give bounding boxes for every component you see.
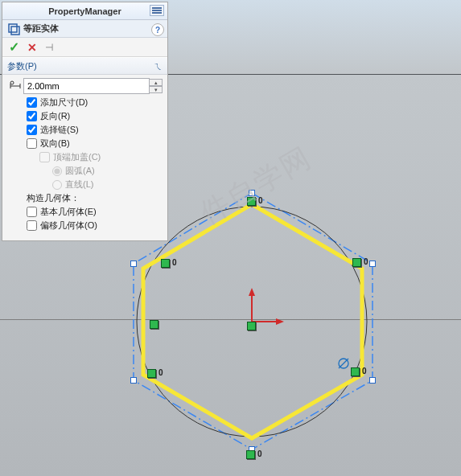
cap-ends-input [39,152,50,162]
watermark-text: 件自学网 [193,127,338,233]
add-dimensions-input[interactable] [27,97,37,108]
arcs-radio: 圆弧(A) [7,164,163,178]
relation-marker-center[interactable] [247,322,256,330]
relation-label: 0 [172,258,177,267]
pm-section-header-params[interactable]: 参数(P) ㄟ [2,57,167,75]
relation-label: 0 [364,257,368,266]
dimension-marker-icon [339,359,348,368]
add-dimensions-label: 添加尺寸(D) [40,96,88,109]
relation-label: 0 [158,368,163,377]
ok-button[interactable]: ✓ [9,39,19,55]
reverse-input[interactable] [27,111,37,121]
svg-point-6 [10,81,14,84]
offset-geometry-label: 偏移几何体(O) [40,220,97,232]
reverse-checkbox[interactable]: 反向(R) [7,109,163,123]
bidirectional-label: 双向(B) [40,137,70,150]
spin-up-icon[interactable]: ▴ [150,79,163,86]
svg-rect-4 [11,27,19,35]
svg-rect-1 [152,10,162,11]
relation-marker[interactable] [247,197,256,206]
distance-icon [9,80,22,92]
bidirectional-checkbox[interactable]: 双向(B) [7,137,163,150]
arcs-label: 圆弧(A) [65,165,95,177]
offset-distance-input[interactable]: 2.00mm [23,78,150,94]
arcs-input [52,166,62,176]
lines-radio: 直线(L) [7,178,163,191]
svg-rect-2 [152,12,162,14]
pm-flyout-button[interactable] [150,5,164,16]
select-chain-input[interactable] [27,125,37,135]
vertex-handle[interactable] [369,261,376,267]
pm-feature-name: 等距实体 [23,23,59,35]
relation-label: 0 [258,196,263,205]
offset-distance-value: 2.00mm [27,81,60,91]
relation-marker[interactable] [352,258,361,267]
relation-label: 0 [257,449,262,458]
origin-y-arrow [249,288,255,296]
svg-rect-3 [9,24,17,32]
pm-title: PropertyManager [48,6,121,16]
pm-params-body: 2.00mm ▴ ▾ 添加尺寸(D) 反向(R) 选择链(S) 双向(B) 顶端… [2,75,167,240]
add-dimensions-checkbox[interactable]: 添加尺寸(D) [7,96,163,109]
section-title-params: 参数(P) [7,60,37,72]
pm-action-bar: ✓ ✕ ⊣ [2,38,167,57]
pin-button[interactable]: ⊣ [45,42,53,53]
base-geometry-label: 基本几何体(E) [40,206,97,218]
base-geometry-input[interactable] [27,207,37,217]
relation-marker[interactable] [246,450,255,459]
bidirectional-input[interactable] [27,138,37,149]
relation-marker[interactable] [161,259,170,268]
relation-marker[interactable] [351,367,360,376]
construction-geometry-label: 构造几何体： [7,191,163,205]
cap-ends-checkbox: 顶端加盖(C) [7,150,163,164]
pm-help-button[interactable]: ? [151,23,164,36]
offset-geometry-checkbox[interactable]: 偏移几何体(O) [7,219,163,232]
spin-down-icon[interactable]: ▾ [150,86,163,93]
flyout-icon [152,7,162,14]
svg-rect-0 [152,7,162,9]
pm-titlebar: PropertyManager [2,2,167,20]
select-chain-checkbox[interactable]: 选择链(S) [7,123,163,137]
cap-ends-label: 顶端加盖(C) [53,151,101,163]
base-geometry-checkbox[interactable]: 基本几何体(E) [7,205,163,219]
vertex-handle[interactable] [249,190,255,196]
cancel-button[interactable]: ✕ [27,41,37,54]
offset-entities-icon [7,23,20,35]
vertex-handle[interactable] [130,377,137,384]
vertex-handle[interactable] [130,261,137,267]
vertex-handle[interactable] [369,377,376,384]
lines-input [52,180,62,190]
offset-geometry-input[interactable] [27,220,37,231]
distance-spinner[interactable]: ▴ ▾ [150,79,163,93]
select-chain-label: 选择链(S) [40,124,79,136]
relation-marker[interactable] [147,369,156,378]
collapse-icon: ㄟ [154,60,163,72]
dimension-marker-icon [339,359,348,368]
relation-label: 0 [362,367,367,375]
sketch-centerline-horizontal [0,319,461,320]
lines-label: 直线(L) [65,178,93,191]
distance-row: 2.00mm ▴ ▾ [7,78,163,94]
property-manager-panel: PropertyManager 等距实体 ? ✓ ✕ ⊣ 参数(P) ㄟ 2.0… [2,2,168,241]
relation-marker[interactable] [150,320,158,329]
reverse-label: 反向(R) [40,110,70,122]
pm-feature-header: 等距实体 [2,20,167,38]
